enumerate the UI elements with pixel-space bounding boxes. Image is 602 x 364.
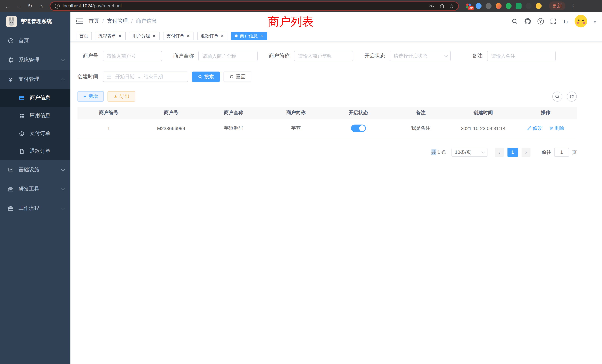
tab-process-form[interactable]: 流程表单 × (95, 32, 126, 40)
short-name-input[interactable] (294, 51, 353, 61)
table-toolbar: + 新增 导出 (77, 91, 577, 102)
back-icon[interactable]: ← (4, 2, 12, 10)
bookmark-star-icon[interactable]: ☆ (450, 3, 454, 9)
address-bar[interactable]: i localhost:1024/pay/merchant ☆ (50, 1, 459, 11)
home-icon[interactable]: ⌂ (37, 2, 45, 10)
sidebar-item-app-info[interactable]: 应用信息 (0, 107, 70, 125)
extension-icon-5[interactable] (506, 3, 512, 9)
sidebar-item-workflow[interactable]: 工作流程 (0, 199, 70, 218)
close-icon[interactable]: × (186, 33, 191, 38)
column-header: 操作 (514, 107, 577, 119)
delete-link[interactable]: 删除 (549, 125, 564, 132)
toolbox-icon (7, 186, 14, 192)
tab-user-group[interactable]: 用户分组 × (129, 32, 160, 40)
user-avatar[interactable] (575, 15, 587, 27)
sidebar-item-label: 工作流程 (19, 205, 39, 212)
document-icon (19, 148, 25, 154)
tab-merchant-info[interactable]: 商户信息 × (231, 32, 267, 40)
prev-page-button[interactable]: ‹ (495, 148, 504, 157)
close-icon[interactable]: × (259, 33, 264, 38)
collapse-sidebar-icon[interactable] (76, 18, 83, 24)
remark-input[interactable] (487, 51, 556, 61)
sidebar-item-label: 研发工具 (19, 186, 39, 192)
github-icon[interactable] (524, 18, 531, 25)
extensions-area: 10 (466, 3, 542, 9)
filter-full-name: 商户全称 (173, 51, 258, 61)
browser-toolbar: ← → ↻ ⌂ i localhost:1024/pay/merchant ☆ … (0, 0, 602, 12)
tab-pay-order[interactable]: 支付订单 × (163, 32, 194, 40)
sidebar-item-infrastructure[interactable]: 基础设施 (0, 160, 70, 179)
extension-icon-4[interactable] (496, 3, 502, 9)
extension-icon-1[interactable]: 10 (466, 3, 472, 9)
annotation-merchant-list: 商户列表 (268, 14, 314, 30)
browser-menu-icon[interactable]: ⋮ (570, 3, 576, 9)
tab-refund-order[interactable]: 退款订单 × (197, 32, 228, 40)
next-page-button[interactable]: › (522, 148, 530, 157)
cell-merchant-no: M233666999 (140, 119, 202, 138)
full-name-input[interactable] (198, 51, 258, 61)
extension-icon-8[interactable] (536, 3, 542, 9)
reload-icon[interactable]: ↻ (26, 2, 34, 10)
filter-merchant-no: 商户号 (77, 51, 162, 61)
chevron-up-icon (61, 78, 65, 82)
date-range-picker[interactable]: 开始日期 - 结束日期 (103, 72, 188, 82)
tab-home[interactable]: 首页 (76, 32, 92, 40)
filter-row-2: 创建时间 开始日期 - 结束日期 搜索 重置 (77, 72, 577, 82)
reset-button[interactable]: 重置 (224, 72, 251, 82)
url-host: localhost:1024 (63, 3, 93, 9)
extension-icon-3[interactable] (486, 3, 492, 9)
sidebar-item-home[interactable]: 首页 (0, 31, 70, 50)
sidebar-item-label: 应用信息 (30, 112, 50, 119)
status-select[interactable]: 请选择开启状态 (390, 51, 451, 61)
tab-label: 支付订单 (166, 33, 184, 39)
refresh-table-button[interactable] (567, 91, 577, 101)
merchant-no-input[interactable] (103, 51, 162, 61)
breadcrumb-home[interactable]: 首页 (89, 18, 99, 24)
export-button[interactable]: 导出 (108, 91, 135, 102)
edit-link[interactable]: 修改 (527, 125, 542, 132)
toggle-knob (359, 125, 365, 131)
search-icon[interactable] (511, 18, 518, 24)
help-icon[interactable]: ? (537, 18, 544, 24)
close-icon[interactable]: × (220, 33, 225, 38)
breadcrumb-current: 商户信息 (136, 18, 157, 24)
extension-icon-6[interactable] (516, 3, 522, 9)
user-menu-caret-icon[interactable] (593, 21, 596, 24)
status-toggle[interactable] (351, 125, 366, 132)
selected-text: 共 (431, 149, 436, 155)
extension-icon-7[interactable] (526, 3, 532, 9)
password-key-icon[interactable] (429, 3, 435, 9)
tab-label: 商户信息 (240, 33, 258, 39)
font-size-icon[interactable]: TT (562, 18, 568, 24)
chevron-down-icon (61, 206, 65, 210)
toggle-search-button[interactable] (552, 91, 562, 101)
chrome-update-button[interactable]: 更新 (549, 1, 565, 10)
extension-icon-2[interactable] (476, 3, 482, 9)
sidebar-menu: 首页 系统管理 ¥ 支付管理 商户信息 (0, 31, 70, 218)
navbar-actions: ? TT (511, 15, 596, 27)
add-button[interactable]: + 新增 (77, 91, 104, 102)
breadcrumb-payment[interactable]: 支付管理 (107, 18, 128, 24)
cell-merchant-id: 1 (77, 119, 140, 138)
sidebar-item-label: 基础设施 (19, 166, 39, 173)
sidebar-item-dev-tools[interactable]: 研发工具 (0, 179, 70, 199)
fullscreen-icon[interactable] (550, 18, 556, 24)
sidebar-item-label: 系统管理 (19, 57, 39, 63)
page-size-select[interactable]: 10条/页 (452, 148, 487, 157)
goto-page-input[interactable] (554, 148, 569, 157)
page-number-1[interactable]: 1 (507, 148, 518, 157)
close-icon[interactable]: × (152, 33, 156, 38)
sidebar-item-merchant-info[interactable]: 商户信息 (0, 89, 70, 107)
chevron-down-icon (61, 167, 65, 171)
forward-icon[interactable]: → (15, 2, 23, 10)
sidebar-item-system[interactable]: 系统管理 (0, 50, 70, 70)
sidebar-item-payment[interactable]: ¥ 支付管理 (0, 70, 70, 89)
search-button[interactable]: 搜索 (192, 72, 220, 82)
sidebar-item-pay-order[interactable]: 支付订单 (0, 125, 70, 142)
site-info-icon[interactable]: i (55, 3, 60, 8)
close-icon[interactable]: × (118, 33, 122, 38)
column-header: 创建时间 (452, 107, 515, 119)
sidebar-item-refund-order[interactable]: 退款订单 (0, 142, 70, 160)
share-icon[interactable] (440, 3, 445, 9)
app-logo[interactable]: 芋道管理系统 (0, 12, 70, 31)
